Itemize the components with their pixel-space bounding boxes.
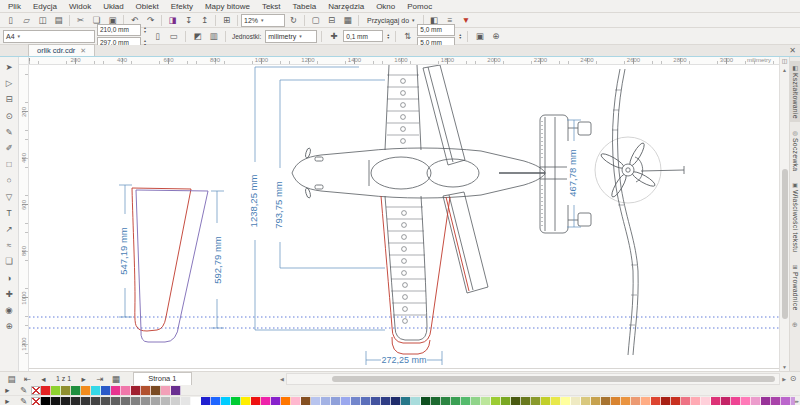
nudge-stepper[interactable]: [385, 33, 391, 40]
color-swatch[interactable]: [211, 397, 221, 405]
color-swatch[interactable]: [721, 397, 731, 405]
text-tool[interactable]: T: [1, 205, 17, 221]
color-swatch[interactable]: [761, 397, 771, 405]
horizontal-scroll-thumb[interactable]: [332, 376, 775, 382]
menu-efekty[interactable]: Efekty: [165, 1, 199, 12]
color-swatch[interactable]: [781, 397, 791, 405]
color-swatch[interactable]: [591, 397, 601, 405]
snap-to-button[interactable]: Przyciągaj do: [362, 15, 420, 26]
color-swatch[interactable]: [71, 397, 81, 405]
vertical-scrollbar[interactable]: ◫ ▲ ▼: [779, 57, 789, 371]
freehand-tool[interactable]: ✎: [1, 124, 17, 140]
interactive-fill-tool[interactable]: ◉: [1, 302, 17, 318]
hscroll-left-arrow[interactable]: ◀: [280, 374, 284, 383]
color-swatch[interactable]: [711, 397, 721, 405]
color-swatch[interactable]: [621, 397, 631, 405]
stabilizer-plan[interactable]: [540, 115, 591, 233]
default-palette-eyedropper-button[interactable]: ✎: [16, 394, 31, 405]
color-swatch[interactable]: [51, 386, 61, 395]
color-swatch[interactable]: [411, 397, 421, 405]
color-swatch[interactable]: [321, 397, 331, 405]
dimension-label-stabilizer[interactable]: 467,78 mm: [567, 149, 578, 197]
add-page-button[interactable]: ▦: [108, 372, 123, 386]
add-tools-button[interactable]: ⊕: [1, 318, 17, 334]
docker-tab-soczewka[interactable]: ◎Soczewka: [790, 126, 800, 174]
color-swatch[interactable]: [561, 397, 571, 405]
color-swatch[interactable]: [131, 386, 141, 395]
color-swatch[interactable]: [391, 397, 401, 405]
page-width-stepper[interactable]: [142, 24, 148, 36]
palette-scroll-right-icon[interactable]: ▸▸: [795, 398, 800, 404]
color-swatch[interactable]: [161, 397, 171, 405]
no-color-swatch[interactable]: [31, 386, 41, 395]
menu-plik[interactable]: Plik: [2, 1, 27, 12]
color-swatch[interactable]: [771, 397, 781, 405]
view-rulers-button[interactable]: ⊟: [324, 13, 339, 27]
color-swatch[interactable]: [171, 386, 181, 395]
color-swatch[interactable]: [551, 397, 561, 405]
artistic-media-tool[interactable]: ✐: [1, 140, 17, 156]
previous-page-button[interactable]: ◂: [36, 372, 51, 386]
color-swatch[interactable]: [421, 397, 431, 405]
wing-panel-drawing[interactable]: [132, 188, 208, 342]
application-launcher-button[interactable]: ⊞: [219, 13, 234, 27]
aileron-upper[interactable]: [423, 65, 465, 165]
color-swatch[interactable]: [61, 397, 71, 405]
color-swatch[interactable]: [331, 397, 341, 405]
color-swatch[interactable]: [671, 397, 681, 405]
duplicate-distance-icon[interactable]: ⇅: [400, 29, 415, 43]
document-tab-close-icon[interactable]: ✕: [80, 47, 86, 55]
zoom-level-combo[interactable]: 12%: [241, 14, 285, 27]
color-swatch[interactable]: [341, 397, 351, 405]
no-color-swatch[interactable]: [31, 397, 41, 405]
color-swatch[interactable]: [121, 397, 131, 405]
color-swatch[interactable]: [91, 386, 101, 395]
color-swatch[interactable]: [201, 397, 211, 405]
page-dimensions-button[interactable]: ▥: [206, 29, 221, 43]
vertical-ruler[interactable]: 20040060080010001200: [19, 65, 29, 371]
color-swatch[interactable]: [571, 397, 581, 405]
color-swatch[interactable]: [641, 397, 651, 405]
color-swatch[interactable]: [491, 397, 501, 405]
color-eyedropper-tool[interactable]: ✚: [1, 286, 17, 302]
last-page-button[interactable]: ⇥: [92, 372, 107, 386]
menu-obiekt[interactable]: Obiekt: [130, 1, 165, 12]
new-document-button[interactable]: ▯: [3, 13, 18, 27]
default-palette-flyout-button[interactable]: ▸: [0, 394, 15, 405]
color-swatch[interactable]: [691, 397, 701, 405]
menu-układ[interactable]: Układ: [97, 1, 129, 12]
color-swatch[interactable]: [431, 397, 441, 405]
color-swatch[interactable]: [731, 397, 741, 405]
color-swatch[interactable]: [441, 397, 451, 405]
color-swatch[interactable]: [291, 397, 301, 405]
color-swatch[interactable]: [41, 386, 51, 395]
color-swatch[interactable]: [231, 397, 241, 405]
open-button[interactable]: ▱: [19, 13, 34, 27]
import-button[interactable]: ↧: [181, 13, 196, 27]
color-swatch[interactable]: [541, 397, 551, 405]
nudge-distance-field[interactable]: 0,1 mm: [343, 30, 383, 42]
color-swatch[interactable]: [681, 397, 691, 405]
color-swatch[interactable]: [661, 397, 671, 405]
color-swatch[interactable]: [531, 397, 541, 405]
airplane-front-view[interactable]: [595, 69, 684, 355]
zoom-tool[interactable]: ⊙: [1, 108, 17, 124]
color-swatch[interactable]: [751, 397, 761, 405]
color-swatch[interactable]: [371, 397, 381, 405]
menu-tekst[interactable]: Tekst: [256, 1, 287, 12]
page-tab[interactable]: Strona 1: [133, 372, 191, 385]
color-swatch[interactable]: [651, 397, 661, 405]
horizontal-ruler[interactable]: milimetry 200400600800100012001400160018…: [29, 57, 779, 65]
airplane-top-view[interactable]: [292, 65, 591, 340]
export-button[interactable]: ↥: [197, 13, 212, 27]
shape-tool[interactable]: ▷: [1, 75, 17, 91]
cut-button[interactable]: ✂: [73, 13, 88, 27]
color-swatch[interactable]: [141, 397, 151, 405]
color-swatch[interactable]: [461, 397, 471, 405]
crop-tool[interactable]: ⊟: [1, 91, 17, 107]
horizontal-scrollbar[interactable]: [286, 373, 780, 385]
color-swatch[interactable]: [71, 386, 81, 395]
treat-as-filled-button[interactable]: ▣: [472, 29, 487, 43]
color-swatch[interactable]: [241, 397, 251, 405]
color-swatch[interactable]: [81, 386, 91, 395]
